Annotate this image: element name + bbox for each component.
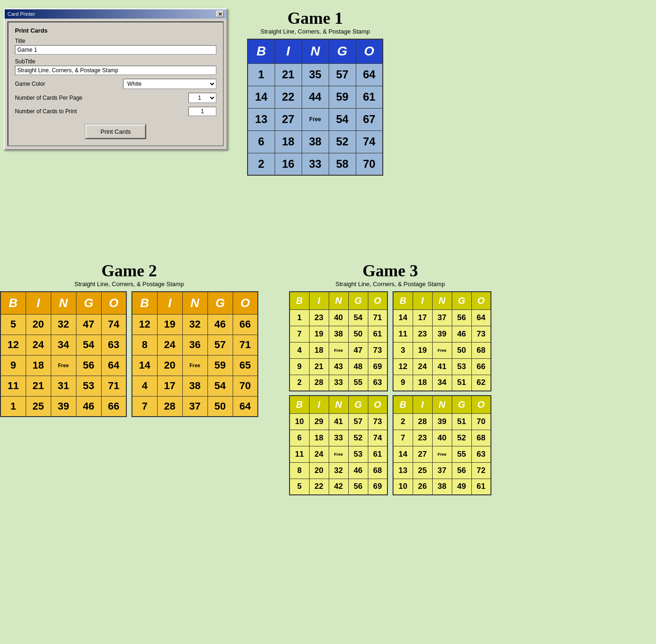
- cards-to-print-label: Number of Cards to Print: [15, 108, 188, 115]
- game2-cell: 7: [132, 396, 157, 417]
- cards-per-page-select[interactable]: 1: [188, 93, 216, 103]
- game2-cell: 56: [76, 355, 101, 376]
- game1-cell: 58: [329, 153, 356, 175]
- game3-card-4: BINGO2283951707234052681427Free556313253…: [393, 395, 491, 495]
- game3-cell: 69: [368, 479, 387, 495]
- game1-cell: Free: [302, 108, 329, 130]
- game3-cell: 17: [413, 309, 432, 326]
- game-color-select[interactable]: White: [123, 79, 216, 89]
- game2-subtitle: Straight Line, Corners, & Postage Stamp: [0, 281, 258, 288]
- game3-cell: 46: [348, 462, 368, 479]
- game3-cell: 23: [413, 326, 432, 342]
- game3-cell: 20: [309, 462, 329, 479]
- game3-cell: 39: [432, 413, 452, 430]
- game3-cell: 28: [413, 413, 432, 430]
- header-cell: I: [26, 292, 51, 314]
- header-cell: G: [452, 396, 471, 413]
- game2-cell: 71: [101, 376, 126, 396]
- game3-cell: 48: [348, 358, 368, 375]
- game3-cell: 26: [413, 479, 432, 495]
- dialog-body: Print Cards Title SubTitle Game Color Wh…: [7, 21, 224, 146]
- cards-to-print-input[interactable]: [188, 107, 216, 116]
- game2-cell: 1: [0, 396, 26, 417]
- game1-cell: 2: [248, 153, 275, 175]
- game3-cell: 55: [452, 446, 471, 462]
- header-cell: B: [290, 396, 309, 413]
- subtitle-input[interactable]: [15, 66, 216, 75]
- header-cell: O: [233, 292, 258, 314]
- header-cell: N: [432, 292, 452, 309]
- game2-cell: 12: [132, 314, 157, 335]
- game1-area: Game 1 Straight Line, Corners, & Postage…: [247, 8, 383, 176]
- game2-cell: 57: [207, 335, 233, 355]
- game1-cell: 59: [329, 86, 356, 108]
- game3-subtitle: Straight Line, Corners, & Postage Stamp: [289, 281, 491, 288]
- game2-cell: 24: [26, 335, 51, 355]
- game1-title: Game 1: [247, 8, 383, 28]
- header-cell: B: [132, 292, 157, 314]
- header-cell: B: [0, 292, 26, 314]
- game3-cell: 50: [348, 326, 368, 342]
- game3-cell: 55: [348, 375, 368, 391]
- game3-cell: 33: [329, 375, 348, 391]
- game3-cell: 33: [329, 430, 348, 446]
- header-cell: O: [471, 396, 491, 413]
- game3-cell: 10: [393, 479, 413, 495]
- game2-cell: 54: [76, 335, 101, 355]
- game2-cell: 64: [233, 396, 258, 417]
- game1-col-o: O: [356, 39, 383, 63]
- game3-bottom-row: BINGO10294157736183352741124Free53618203…: [289, 395, 491, 495]
- game1-body: 12135576414224459611327Free5467618385274…: [248, 63, 383, 175]
- cards-per-page-row: Number of Cards Per Page 1: [15, 93, 216, 103]
- game2-cell: 28: [157, 396, 182, 417]
- game3-cell: 56: [452, 462, 471, 479]
- game2-cell: 32: [51, 314, 76, 335]
- game3-cell: 68: [471, 342, 491, 358]
- print-cards-button[interactable]: Print Cards: [85, 124, 145, 139]
- bingo-card: BINGO10294157736183352741124Free53618203…: [289, 395, 388, 495]
- game3-cell: 71: [368, 309, 387, 326]
- subtitle-label: SubTitle: [15, 58, 216, 65]
- game3-card-1: BINGO123405471719385061418Free4773921434…: [289, 291, 388, 391]
- game3-cell: 56: [348, 479, 368, 495]
- game3-cell: 43: [329, 358, 348, 375]
- title-input[interactable]: [15, 45, 216, 55]
- game2-area: Game 2 Straight Line, Corners, & Postage…: [0, 261, 258, 417]
- header-cell: B: [393, 292, 413, 309]
- game3-card-2: BINGO14173756641123394673319Free50681224…: [393, 291, 491, 391]
- game1-col-g: G: [329, 39, 356, 63]
- game3-cell: 10: [290, 413, 309, 430]
- game1-cell: 61: [356, 86, 383, 108]
- game3-cell: 37: [432, 462, 452, 479]
- game3-cell: 32: [329, 462, 348, 479]
- game3-cell: Free: [329, 342, 348, 358]
- game2-cell: 31: [51, 376, 76, 396]
- game3-cell: 18: [309, 430, 329, 446]
- game1-subtitle: Straight Line, Corners, & Postage Stamp: [247, 28, 383, 35]
- game2-cell: 19: [157, 314, 182, 335]
- game3-cell: 69: [368, 358, 387, 375]
- game3-cell: 14: [393, 309, 413, 326]
- bingo-card: BINGO14173756641123394673319Free50681224…: [393, 291, 491, 391]
- game3-cell: 57: [348, 413, 368, 430]
- cards-per-page-label: Number of Cards Per Page: [15, 95, 188, 101]
- game3-cell: 72: [471, 462, 491, 479]
- game1-header-row: B I N G O: [248, 39, 383, 63]
- game2-cell: 47: [76, 314, 101, 335]
- game3-cell: 1: [290, 309, 309, 326]
- header-cell: N: [329, 396, 348, 413]
- game3-cell: 18: [413, 375, 432, 391]
- close-button[interactable]: ✕: [216, 11, 224, 17]
- game1-cell: 38: [302, 130, 329, 153]
- game3-cell: 40: [432, 430, 452, 446]
- game1-col-n: N: [302, 39, 329, 63]
- game3-cell: 14: [393, 446, 413, 462]
- game3-cell: 34: [432, 375, 452, 391]
- game1-cell: 35: [302, 63, 329, 86]
- header-cell: G: [452, 292, 471, 309]
- game1-cell: 1: [248, 63, 275, 86]
- game3-cell: 47: [348, 342, 368, 358]
- game3-cell: 2: [290, 375, 309, 391]
- header-cell: I: [413, 396, 432, 413]
- game3-cell: 53: [452, 358, 471, 375]
